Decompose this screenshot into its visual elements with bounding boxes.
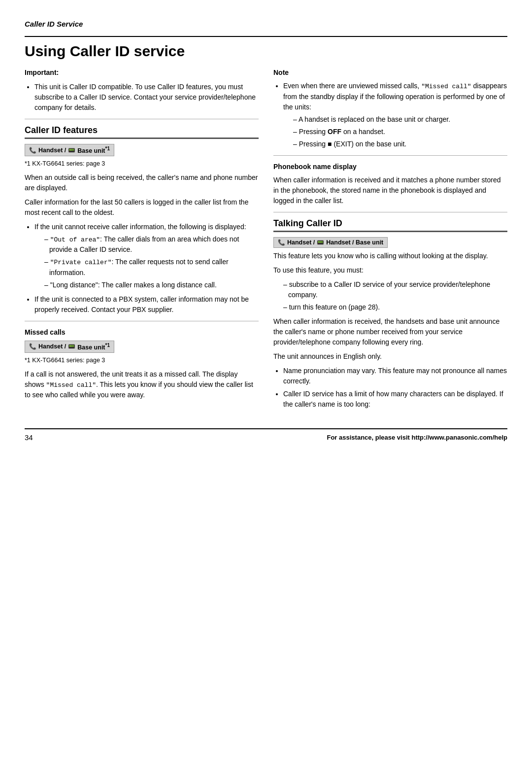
page: Caller ID Service Using Caller ID servic… — [0, 0, 532, 758]
left-column: Important: This unit is Caller ID compat… — [25, 68, 259, 413]
talking-para1: This feature lets you know who is callin… — [273, 251, 507, 261]
breadcrumb: Caller ID Service — [25, 20, 507, 31]
caller-id-bullets: If the unit cannot receive caller inform… — [34, 222, 259, 315]
content-columns: Important: This unit is Caller ID compat… — [25, 68, 507, 413]
page-footer: 34 For assistance, please visit http://w… — [25, 428, 507, 442]
note-subbullets: A handset is replaced on the base unit o… — [293, 114, 507, 149]
phonebook-title: Phonebook name display — [273, 162, 507, 172]
note-sub2: Pressing OFF on a handset. — [293, 127, 507, 137]
page-title: Using Caller ID service — [25, 43, 507, 60]
badge-label-base-2: Base unit*1 — [77, 343, 110, 351]
device-badge-1: Handset / Base unit*1 — [25, 144, 114, 156]
handset-icon-2 — [29, 343, 36, 350]
talking-dash1: subscribe to a Caller ID service of your… — [283, 279, 507, 300]
important-label: Important: — [25, 68, 259, 78]
device-badge-2: Handset / Base unit*1 — [25, 341, 114, 353]
device-badge-3: Handset / Handset / Base unit — [273, 237, 388, 248]
caller-id-bullet2: If the unit is connected to a PBX system… — [34, 294, 259, 315]
footer-text: For assistance, please visit http://www.… — [327, 434, 507, 441]
note-list: Even when there are unviewed missed call… — [283, 81, 507, 149]
section-divider-4 — [273, 212, 507, 212]
badge-label-base-3: Handset / Base unit — [326, 239, 383, 246]
talking-dash-list: subscribe to a Caller ID service of your… — [283, 279, 507, 312]
talking-para2: To use this feature, you must: — [273, 265, 507, 276]
talking-caller-id-title: Talking Caller ID — [273, 218, 507, 232]
header-divider — [25, 36, 507, 37]
caller-id-para2: Caller information for the last 50 calle… — [25, 197, 259, 218]
talking-dash2: turn this feature on (page 28). — [283, 302, 507, 312]
base-icon-3 — [317, 239, 324, 246]
caller-id-subbullets: "Out of area": The caller dials from an … — [44, 234, 259, 290]
footnote-2: *1 KX-TG6641 series: page 3 — [25, 356, 259, 365]
page-number: 34 — [25, 433, 33, 442]
note-title: Note — [273, 68, 507, 78]
badge-label-2: Handset / — [38, 343, 66, 350]
footnote-1: *1 KX-TG6641 series: page 3 — [25, 159, 259, 169]
caller-id-para1: When an outside call is being received, … — [25, 172, 259, 193]
missed-calls-title: Missed calls — [25, 327, 259, 338]
handset-icon — [29, 147, 36, 154]
caller-id-bullet1: If the unit cannot receive caller inform… — [34, 222, 259, 290]
base-icon — [68, 147, 75, 154]
note-sub1: A handset is replaced on the base unit o… — [293, 114, 507, 125]
badge-label-base-1: Base unit*1 — [77, 146, 110, 154]
talking-bullet1: Name pronunciation may vary. This featur… — [283, 366, 507, 386]
note-bullet1: Even when there are unviewed missed call… — [283, 81, 507, 149]
sub-bullet-out-of-area: "Out of area": The caller dials from an … — [44, 234, 259, 255]
base-icon-2 — [68, 343, 75, 350]
talking-para4: The unit announces in English only. — [273, 351, 507, 362]
important-item: This unit is Caller ID compatible. To us… — [34, 82, 259, 113]
section-divider-1 — [25, 119, 259, 119]
note-sub3: Pressing ■ (EXIT) on the base unit. — [293, 139, 507, 149]
important-list: This unit is Caller ID compatible. To us… — [34, 82, 259, 113]
right-column: Note Even when there are unviewed missed… — [273, 68, 507, 413]
sub-bullet-long-distance: "Long distance": The caller makes a long… — [44, 280, 259, 290]
missed-calls-para1: If a call is not answered, the unit trea… — [25, 369, 259, 401]
phonebook-para1: When caller information is received and … — [273, 175, 507, 206]
section-divider-3 — [273, 155, 507, 156]
badge-label-3: Handset / — [287, 239, 315, 246]
talking-bullets: Name pronunciation may vary. This featur… — [283, 366, 507, 410]
handset-icon-3 — [278, 239, 285, 246]
badge-label-1: Handset / — [38, 147, 66, 154]
talking-para3: When caller information is received, the… — [273, 316, 507, 347]
section-divider-2 — [25, 321, 259, 321]
talking-bullet2: Caller ID service has a limit of how man… — [283, 389, 507, 410]
sub-bullet-private: "Private caller": The caller requests no… — [44, 257, 259, 278]
caller-id-features-title: Caller ID features — [25, 125, 259, 139]
